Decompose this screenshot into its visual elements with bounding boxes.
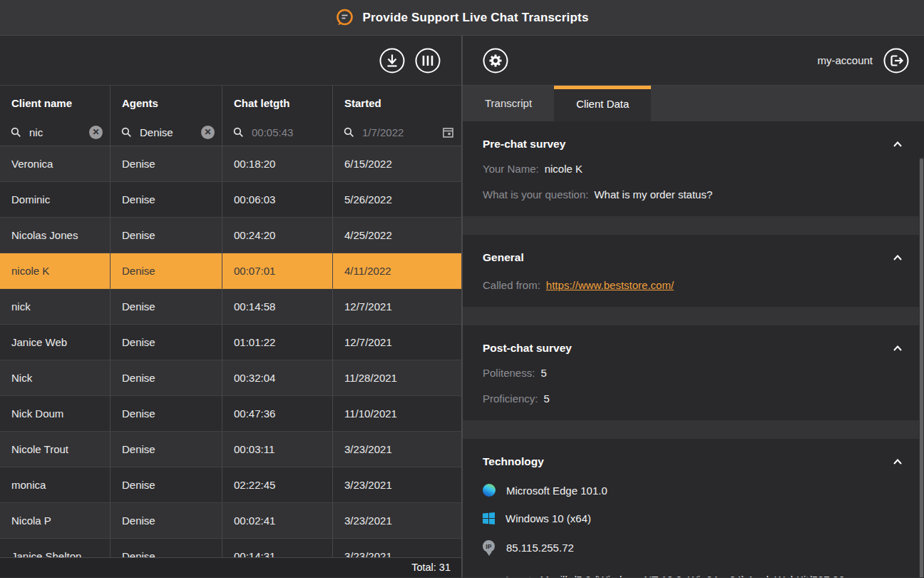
table-row[interactable]: monicaDenise02:22:453/23/2021 bbox=[0, 467, 461, 503]
search-icon bbox=[11, 127, 21, 138]
table-row[interactable]: Janice WebDenise01:01:2212/7/2021 bbox=[0, 325, 461, 360]
table-cell[interactable]: 11/10/2021 bbox=[333, 396, 461, 432]
table-cell[interactable]: Denise bbox=[111, 289, 222, 325]
table-cell[interactable]: 01:01:22 bbox=[222, 325, 333, 360]
filter-cell-agents: ✕ bbox=[111, 118, 222, 146]
collapse-section-icon[interactable] bbox=[891, 140, 904, 148]
logout-button[interactable] bbox=[883, 47, 910, 74]
table-cell[interactable]: 00:02:41 bbox=[222, 503, 333, 539]
section-title: Post-chat survey bbox=[483, 342, 572, 355]
table-row[interactable]: VeronicaDenise00:18:206/15/2022 bbox=[0, 146, 461, 182]
table-row[interactable]: nickDenise00:14:5812/7/2021 bbox=[0, 289, 461, 325]
edge-browser-icon bbox=[483, 484, 496, 497]
column-chooser-button[interactable] bbox=[414, 47, 441, 74]
table-cell[interactable]: 00:24:20 bbox=[222, 218, 333, 253]
column-header-started[interactable]: Started bbox=[333, 86, 461, 118]
table-cell[interactable]: Janice Web bbox=[0, 325, 111, 360]
table-cell[interactable]: Denise bbox=[111, 253, 222, 289]
table-cell[interactable]: monica bbox=[0, 467, 111, 503]
table-cell[interactable]: 4/11/2022 bbox=[333, 253, 461, 289]
table-cell[interactable]: 00:07:01 bbox=[222, 253, 333, 289]
table-cell[interactable]: 00:32:04 bbox=[222, 360, 333, 396]
table-cell[interactable]: 6/15/2022 bbox=[333, 146, 461, 182]
table-row[interactable]: Nicolas JonesDenise00:24:204/25/2022 bbox=[0, 218, 461, 253]
table-cell[interactable]: Nick Doum bbox=[0, 396, 111, 432]
chat-length-filter-input[interactable] bbox=[250, 126, 325, 139]
section-technology: Technology Microsoft Edge 101.0 Windows … bbox=[463, 439, 924, 577]
table-cell[interactable]: 11/28/2021 bbox=[333, 360, 461, 396]
table-cell[interactable]: 12/7/2021 bbox=[333, 289, 461, 325]
column-header-chat-length[interactable]: Chat letgth bbox=[222, 86, 333, 118]
table-cell[interactable]: Denise bbox=[111, 396, 222, 432]
table-cell[interactable]: 02:22:45 bbox=[222, 467, 333, 503]
table-cell[interactable]: Denise bbox=[111, 182, 222, 218]
collapse-section-icon[interactable] bbox=[891, 253, 904, 262]
table-row[interactable]: NickDenise00:32:0411/28/2021 bbox=[0, 360, 461, 396]
right-toolbar: my-account bbox=[463, 36, 924, 86]
table-footer: Total: 31 bbox=[0, 557, 461, 577]
table-cell[interactable]: 3/23/2021 bbox=[333, 467, 461, 503]
section-title: Pre-chat survey bbox=[483, 138, 565, 151]
table-cell[interactable]: 4/25/2022 bbox=[333, 218, 461, 253]
tab-transcript[interactable]: Transcript bbox=[463, 86, 554, 121]
transcripts-panel: Client name Agents Chat letgth Started ✕ bbox=[0, 36, 463, 577]
called-from-link[interactable]: https://www.beststore.com/ bbox=[546, 279, 674, 291]
table-cell[interactable]: Nick bbox=[0, 360, 111, 396]
table-header: Client name Agents Chat letgth Started ✕ bbox=[0, 86, 461, 146]
table-cell[interactable]: Denise bbox=[111, 146, 222, 182]
app-window: Provide Support Live Chat Transcripts bbox=[0, 0, 924, 578]
section-post-chat-survey: Post-chat survey Politeness:5 Proficienc… bbox=[463, 325, 924, 420]
client-name-filter-input[interactable] bbox=[28, 126, 83, 139]
column-header-agents[interactable]: Agents bbox=[111, 86, 222, 118]
table-cell[interactable]: Denise bbox=[111, 467, 222, 503]
field-called-from: Called from:https://www.beststore.com/ bbox=[483, 278, 904, 293]
table-cell[interactable]: Nicola P bbox=[0, 503, 111, 539]
scrollbar[interactable] bbox=[919, 157, 924, 577]
settings-button[interactable] bbox=[482, 47, 509, 74]
table-cell[interactable]: Denise bbox=[111, 432, 222, 467]
table-cell[interactable]: nick bbox=[0, 289, 111, 325]
tab-client-data[interactable]: Client Data bbox=[554, 86, 651, 121]
table-cell[interactable]: Denise bbox=[111, 325, 222, 360]
table-row[interactable]: Nicola PDenise00:02:413/23/2021 bbox=[0, 503, 461, 539]
table-cell[interactable]: 3/23/2021 bbox=[333, 503, 461, 539]
clear-filter-icon[interactable]: ✕ bbox=[201, 126, 215, 139]
agents-filter-input[interactable] bbox=[138, 126, 195, 139]
table-cell[interactable]: Nicolas Jones bbox=[0, 218, 111, 253]
app-title: Provide Support Live Chat Transcripts bbox=[362, 11, 588, 25]
account-label: my-account bbox=[817, 54, 873, 66]
table-cell[interactable]: Denise bbox=[111, 218, 222, 253]
search-icon bbox=[233, 127, 244, 138]
user-agent-row: userAgentMozilla/5.0 (Windows NT 10.0; W… bbox=[483, 573, 904, 577]
column-header-client-name[interactable]: Client name bbox=[0, 86, 111, 118]
collapse-section-icon[interactable] bbox=[891, 457, 904, 466]
table-cell[interactable]: 00:18:20 bbox=[222, 146, 333, 182]
table-cell[interactable]: 5/26/2022 bbox=[333, 182, 461, 218]
collapse-section-icon[interactable] bbox=[891, 344, 904, 353]
table-row-selected[interactable]: nicole KDenise00:07:014/11/2022 bbox=[0, 253, 461, 289]
table-cell[interactable]: 12/7/2021 bbox=[333, 325, 461, 360]
started-filter-input[interactable] bbox=[361, 126, 436, 139]
calendar-icon[interactable] bbox=[442, 126, 454, 138]
table-cell[interactable]: 00:47:36 bbox=[222, 396, 333, 432]
table-cell[interactable]: 00:06:03 bbox=[222, 182, 333, 218]
table-cell[interactable]: 00:14:58 bbox=[222, 289, 333, 325]
table-row[interactable]: DominicDenise00:06:035/26/2022 bbox=[0, 182, 461, 218]
clear-filter-icon[interactable]: ✕ bbox=[89, 126, 103, 139]
table-row[interactable]: Nick DoumDenise00:47:3611/10/2021 bbox=[0, 396, 461, 432]
table-cell[interactable]: Denise bbox=[111, 503, 222, 539]
tab-bar: Transcript Client Data bbox=[463, 86, 924, 121]
table-cell[interactable]: Denise bbox=[111, 360, 222, 396]
table-cell[interactable]: Nicole Trout bbox=[0, 432, 111, 467]
table-row[interactable]: Nicole TroutDenise00:03:113/23/2021 bbox=[0, 432, 461, 467]
table-cell[interactable]: Dominic bbox=[0, 182, 111, 218]
filter-cell-chat-length bbox=[222, 118, 333, 146]
tech-item-browser: Microsoft Edge 101.0 bbox=[483, 484, 904, 497]
table-cell[interactable]: nicole K bbox=[0, 253, 111, 289]
table-cell[interactable]: Veronica bbox=[0, 146, 111, 182]
scrollbar-thumb[interactable] bbox=[920, 158, 923, 577]
detail-panel: my-account Transcript Client Data bbox=[463, 36, 924, 577]
table-cell[interactable]: 00:03:11 bbox=[222, 432, 333, 467]
download-button[interactable] bbox=[379, 47, 406, 74]
table-cell[interactable]: 3/23/2021 bbox=[333, 432, 461, 467]
